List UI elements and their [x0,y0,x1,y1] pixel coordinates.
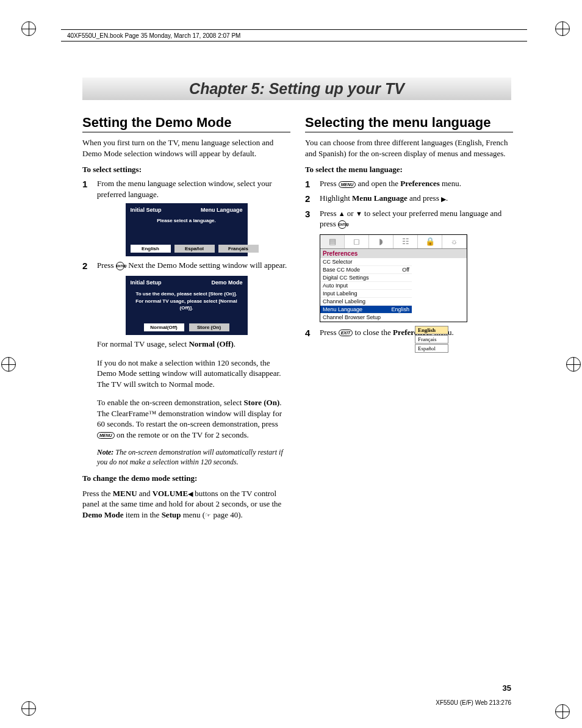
osd-button-english: English [131,245,171,253]
content-columns: Setting the Demo Mode When you first tur… [82,115,513,525]
osd-message: Please select a language. [131,218,243,223]
enter-key-icon: ENTER [116,262,124,270]
page-number: 35 [503,683,511,693]
osd-section-title: Preferences [320,249,467,258]
reg-mark-icon [1,357,16,372]
tab-lock-icon: 🔒 [418,235,442,248]
down-arrow-icon: ▼ [356,209,362,218]
osd-title-left: Initial Setup [131,207,162,213]
exit-key-icon: EXIT [339,330,353,336]
body-text: Press the MENU and VOLUME◀ buttons on th… [82,488,290,521]
osd-language-option: Français [415,335,448,344]
osd-language-option: Español [415,344,448,353]
menu-key-icon: MENU [97,432,115,439]
step-number: 2 [305,193,314,205]
osd-row: Digital CC Settings [320,274,412,282]
reg-mark-icon [21,21,36,36]
osd-tab-row: ▤ ◻ ◗ ☷ 🔒 ☼ [320,235,467,249]
reg-mark-icon [555,21,570,36]
tab-audio-icon: ◗ [369,235,393,248]
step-number: 1 [305,178,314,190]
osd-language-popup: EnglishFrançaisEspañol [415,326,448,353]
sub-heading: To select settings: [82,165,290,175]
chapter-heading: Chapter 5: Setting up your TV [82,77,511,100]
body-text: For normal TV usage, select Normal (Off)… [97,339,290,350]
enter-key-icon: ENTER [338,220,347,229]
body-text: You can choose from three different lang… [305,137,513,159]
body-text: If you do not make a selection within 12… [97,358,290,390]
right-arrow-icon: ▶ [441,195,446,204]
right-column: Selecting the menu language You can choo… [305,115,513,525]
osd-row: CC Selector [320,258,412,266]
reg-mark-icon [566,357,581,372]
up-arrow-icon: ▲ [339,209,345,218]
osd-row: Input Labeling [320,290,412,298]
osd-button-francais: Français [218,245,259,253]
sub-heading: To change the demo mode setting: [82,474,290,483]
tv-screenshot-language: Initial Setup Menu Language Please selec… [126,203,248,256]
osd-title-left: Initial Setup [131,279,162,286]
step-text: Highlight Menu Language and press ▶. [320,193,513,205]
step-text: Press ENTER. Next the Demo Mode setting … [97,260,290,272]
tab-apps-icon: ☷ [393,235,418,248]
step-text: From the menu language selection window,… [97,178,290,200]
tab-icon: ◻ [345,235,369,248]
body-text: When you first turn on the TV, menu lang… [82,137,290,159]
osd-button-store: Store (On) [189,323,229,331]
footer-ref: XF550U (E/F) Web 213:276 [436,699,511,706]
osd-row: Auto Input [320,282,412,290]
osd-message: To use the demo, please select [Store (O… [131,290,243,311]
osd-title-right: Menu Language [201,207,243,213]
step-1: 1 From the menu language selection windo… [82,178,290,200]
tab-picture-icon: ▤ [320,235,345,248]
step-number: 2 [82,260,91,272]
step-3: 3 Press ▲ or ▼ to select your preferred … [305,208,513,229]
left-column: Setting the Demo Mode When you first tur… [82,115,290,525]
menu-key-icon: MENU [339,181,356,188]
reg-mark-icon [555,704,570,719]
step-text: Press MENU and open the Preferences menu… [320,178,513,190]
osd-title-right: Demo Mode [211,279,242,286]
body-text: To enable the on-screen demonstration, s… [97,397,290,440]
chapter-title: Chapter 5: Setting up your TV [189,80,404,98]
osd-button-espanol: Español [174,245,215,253]
osd-row: Channel Browser Setup [320,314,412,322]
section-heading-demo: Setting the Demo Mode [82,115,290,132]
tv-screenshot-demo: Initial Setup Demo Mode To use the demo,… [126,276,248,335]
osd-language-option: English [415,326,448,334]
note-text: Note: The on-screen demonstration will a… [97,448,290,467]
hand-pointer-icon: ☞ [205,511,211,520]
manual-page: 40XF550U_EN.book Page 35 Monday, March 1… [0,0,582,728]
osd-screenshot: ▤ ◻ ◗ ☷ 🔒 ☼ Preferences CC SelectorBase … [305,234,513,322]
book-header: 40XF550U_EN.book Page 35 Monday, March 1… [67,32,240,39]
step-2: 2 Press ENTER. Next the Demo Mode settin… [82,260,290,272]
header-rule [61,29,527,30]
osd-row: Base CC ModeOff [320,266,412,274]
reg-mark-icon [21,701,36,716]
sub-heading: To select the menu language: [305,165,513,175]
left-arrow-icon: ◀ [188,489,193,499]
osd-row: Menu LanguageEnglish [320,306,412,314]
tab-settings-icon: ☼ [442,235,467,248]
step-2: 2 Highlight Menu Language and press ▶. [305,193,513,205]
osd-menu-list: CC SelectorBase CC ModeOffDigital CC Set… [320,258,412,322]
section-heading-language: Selecting the menu language [305,115,513,132]
header-rule [61,41,527,41]
step-number: 4 [305,327,314,339]
osd-button-normal: Normal(Off) [144,323,184,331]
osd-row: Channel Labeling [320,298,412,306]
step-4: 4 Press EXIT to close the Preferences me… [305,327,513,339]
step-number: 3 [305,208,314,229]
step-text: Press ▲ or ▼ to select your preferred me… [320,208,513,229]
step-1: 1 Press MENU and open the Preferences me… [305,178,513,190]
step-number: 1 [82,178,91,200]
